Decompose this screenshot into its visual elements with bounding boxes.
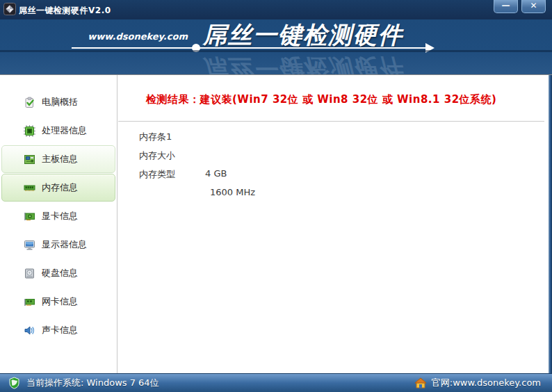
memory-row-value: 4 GB — [205, 168, 227, 179]
clipboard-check-icon — [24, 97, 35, 108]
titlebar: 屌丝一键检测硬件V2.0 — ✕ — [0, 0, 552, 19]
sidebar-item-label: 显卡信息 — [42, 210, 78, 222]
sidebar-item-label: 硬盘信息 — [42, 267, 78, 279]
sidebar-item-motherboard[interactable]: 主板信息 — [1, 145, 115, 173]
memory-row-value: 1600 MHz — [210, 187, 255, 197]
window-title: 屌丝一键检测硬件V2.0 — [19, 5, 111, 17]
shield-icon — [8, 377, 20, 389]
statusbar-os-group: 当前操作系统: Windows 7 64位 — [8, 377, 159, 389]
banner-website: www.dsonekey.com — [82, 31, 188, 42]
sidebar-item-harddisk[interactable]: 硬盘信息 — [1, 259, 115, 287]
banner-arrow-line — [72, 47, 426, 49]
main-content: 检测结果：建议装(Win7 32位 或 Win8 32位 或 Win8.1 32… — [118, 75, 549, 373]
detection-result: 检测结果：建议装(Win7 32位 或 Win8 32位 或 Win8.1 32… — [146, 93, 496, 106]
sidebar-item-memory[interactable]: 内存信息 — [1, 174, 115, 202]
memory-row-label: 内存条1 — [139, 131, 172, 143]
memory-row: 内存类型 4 GB — [118, 168, 535, 181]
statusbar: 当前操作系统: Windows 7 64位 官网:www.dsonekey.co… — [0, 373, 552, 392]
banner-divider — [0, 50, 552, 52]
sidebar-item-label: 主板信息 — [42, 153, 78, 165]
sidebar: 电脑概括 处理器信息 主板信息 — [0, 75, 117, 373]
sidebar-item-network-card[interactable]: 网卡信息 — [1, 288, 115, 316]
harddisk-icon — [24, 268, 35, 279]
sidebar-item-monitor[interactable]: 显示器信息 — [1, 231, 115, 259]
banner-title-reflection: 屌丝一键检测硬件 — [203, 51, 403, 75]
sidebar-item-computer-summary[interactable]: 电脑概括 — [1, 88, 115, 116]
sidebar-item-processor[interactable]: 处理器信息 — [1, 117, 115, 145]
current-os-text: 当前操作系统: Windows 7 64位 — [26, 377, 159, 389]
sidebar-item-label: 处理器信息 — [42, 124, 87, 137]
app-window: 屌丝一键检测硬件V2.0 — ✕ 屌丝一键检测硬件 www.dsonekey.c… — [0, 0, 552, 392]
header-banner: 屌丝一键检测硬件 www.dsonekey.com 屌丝一键检测硬件 — [0, 19, 552, 75]
gpu-icon — [24, 211, 35, 222]
memory-row-label: 内存大小 — [139, 149, 175, 162]
sidebar-item-graphics-card[interactable]: 显卡信息 — [1, 202, 115, 230]
official-site-text: 官网:www.dsonekey.com — [432, 377, 541, 389]
minimize-button[interactable]: — — [494, 0, 518, 13]
sidebar-item-sound-card[interactable]: 声卡信息 — [1, 316, 115, 344]
memory-row-label: 内存类型 — [139, 168, 175, 181]
content-divider — [118, 121, 544, 122]
home-icon — [414, 377, 427, 389]
window-right-border — [549, 75, 552, 373]
network-card-icon — [24, 296, 35, 308]
sidebar-item-label: 电脑概括 — [42, 96, 78, 108]
close-button[interactable]: ✕ — [521, 0, 546, 13]
memory-row: 内存大小 — [118, 149, 535, 162]
speaker-icon — [24, 325, 35, 336]
sidebar-item-label: 内存信息 — [42, 181, 78, 194]
memory-row: 内存条1 — [118, 131, 535, 143]
ram-icon — [24, 182, 35, 194]
memory-row: 1600 MHz — [118, 187, 535, 199]
motherboard-icon — [24, 154, 35, 165]
sidebar-item-label: 声卡信息 — [42, 324, 78, 336]
official-site-link[interactable]: 官网:www.dsonekey.com — [414, 377, 541, 389]
cpu-icon — [24, 125, 35, 137]
sidebar-item-label: 显示器信息 — [42, 238, 87, 251]
app-logo-icon — [3, 3, 16, 15]
sidebar-item-label: 网卡信息 — [42, 295, 78, 308]
monitor-icon — [24, 239, 35, 251]
